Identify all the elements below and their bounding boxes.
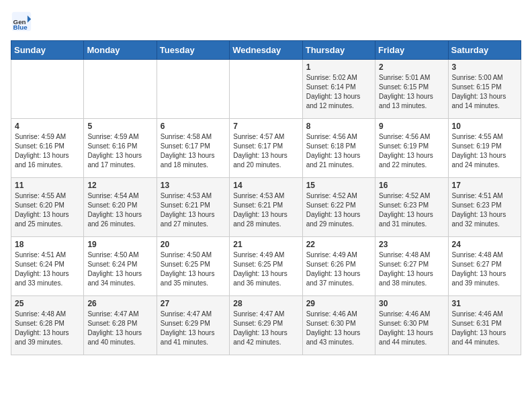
calendar-cell: 27Sunrise: 4:47 AM Sunset: 6:29 PM Dayli… — [157, 296, 229, 355]
day-number: 16 — [379, 181, 444, 190]
calendar-week-row: 18Sunrise: 4:51 AM Sunset: 6:24 PM Dayli… — [11, 237, 521, 296]
calendar-cell: 5Sunrise: 4:59 AM Sunset: 6:16 PM Daylig… — [84, 119, 157, 178]
day-number: 9 — [379, 122, 444, 131]
day-number: 7 — [233, 122, 298, 131]
calendar-cell — [230, 60, 302, 119]
day-number: 4 — [15, 122, 80, 131]
day-number: 11 — [15, 181, 80, 190]
logo-icon: Gen Blue — [11, 11, 32, 32]
day-info: Sunrise: 4:53 AM Sunset: 6:21 PM Dayligh… — [161, 191, 226, 229]
calendar-cell: 25Sunrise: 4:48 AM Sunset: 6:28 PM Dayli… — [11, 296, 84, 355]
day-info: Sunrise: 4:58 AM Sunset: 6:17 PM Dayligh… — [161, 132, 226, 170]
calendar-cell: 19Sunrise: 4:50 AM Sunset: 6:24 PM Dayli… — [84, 237, 157, 296]
day-info: Sunrise: 4:46 AM Sunset: 6:30 PM Dayligh… — [306, 310, 371, 347]
header-thursday: Thursday — [302, 41, 375, 60]
day-info: Sunrise: 4:54 AM Sunset: 6:20 PM Dayligh… — [87, 191, 152, 229]
calendar-cell: 30Sunrise: 4:46 AM Sunset: 6:30 PM Dayli… — [375, 296, 448, 355]
calendar-table: SundayMondayTuesdayWednesdayThursdayFrid… — [11, 40, 521, 355]
calendar-cell: 4Sunrise: 4:59 AM Sunset: 6:16 PM Daylig… — [11, 119, 84, 178]
day-number: 31 — [452, 299, 517, 308]
day-number: 27 — [161, 299, 226, 308]
calendar-week-row: 4Sunrise: 4:59 AM Sunset: 6:16 PM Daylig… — [11, 119, 521, 178]
day-info: Sunrise: 4:48 AM Sunset: 6:28 PM Dayligh… — [15, 310, 80, 347]
day-info: Sunrise: 4:48 AM Sunset: 6:27 PM Dayligh… — [452, 250, 517, 288]
day-number: 23 — [379, 240, 444, 249]
day-number: 28 — [233, 299, 298, 308]
calendar-cell: 20Sunrise: 4:50 AM Sunset: 6:25 PM Dayli… — [157, 237, 229, 296]
calendar-cell: 14Sunrise: 4:53 AM Sunset: 6:21 PM Dayli… — [230, 178, 302, 237]
day-number: 25 — [15, 299, 80, 308]
header-sunday: Sunday — [11, 41, 84, 60]
calendar-week-row: 1Sunrise: 5:02 AM Sunset: 6:14 PM Daylig… — [11, 60, 521, 119]
calendar-cell: 17Sunrise: 4:51 AM Sunset: 6:23 PM Dayli… — [448, 178, 521, 237]
day-info: Sunrise: 4:47 AM Sunset: 6:29 PM Dayligh… — [161, 310, 226, 347]
calendar-cell: 7Sunrise: 4:57 AM Sunset: 6:17 PM Daylig… — [230, 119, 302, 178]
header-monday: Monday — [84, 41, 157, 60]
header-saturday: Saturday — [448, 41, 521, 60]
calendar-cell: 3Sunrise: 5:00 AM Sunset: 6:15 PM Daylig… — [448, 60, 521, 119]
day-info: Sunrise: 4:52 AM Sunset: 6:23 PM Dayligh… — [379, 191, 444, 229]
day-info: Sunrise: 4:47 AM Sunset: 6:29 PM Dayligh… — [233, 310, 298, 347]
day-number: 3 — [452, 62, 517, 72]
day-info: Sunrise: 4:55 AM Sunset: 6:19 PM Dayligh… — [452, 132, 517, 170]
day-info: Sunrise: 4:52 AM Sunset: 6:22 PM Dayligh… — [306, 191, 371, 229]
day-number: 17 — [452, 181, 517, 190]
day-info: Sunrise: 4:51 AM Sunset: 6:23 PM Dayligh… — [452, 191, 517, 229]
page-header: Gen Blue — [11, 11, 521, 32]
day-number: 26 — [87, 299, 152, 308]
calendar-header-row: SundayMondayTuesdayWednesdayThursdayFrid… — [11, 41, 521, 60]
day-number: 13 — [161, 181, 226, 190]
day-info: Sunrise: 4:49 AM Sunset: 6:25 PM Dayligh… — [233, 250, 298, 288]
calendar-cell: 28Sunrise: 4:47 AM Sunset: 6:29 PM Dayli… — [230, 296, 302, 355]
calendar-week-row: 25Sunrise: 4:48 AM Sunset: 6:28 PM Dayli… — [11, 296, 521, 355]
day-info: Sunrise: 4:50 AM Sunset: 6:24 PM Dayligh… — [87, 250, 152, 288]
day-number: 1 — [306, 62, 371, 72]
calendar-cell: 9Sunrise: 4:56 AM Sunset: 6:19 PM Daylig… — [375, 119, 448, 178]
calendar-cell: 23Sunrise: 4:48 AM Sunset: 6:27 PM Dayli… — [375, 237, 448, 296]
day-info: Sunrise: 5:01 AM Sunset: 6:15 PM Dayligh… — [379, 73, 444, 111]
day-info: Sunrise: 4:57 AM Sunset: 6:17 PM Dayligh… — [233, 132, 298, 170]
calendar-week-row: 11Sunrise: 4:55 AM Sunset: 6:20 PM Dayli… — [11, 178, 521, 237]
day-number: 18 — [15, 240, 80, 249]
day-number: 12 — [87, 181, 152, 190]
day-info: Sunrise: 4:59 AM Sunset: 6:16 PM Dayligh… — [15, 132, 80, 170]
calendar-cell: 15Sunrise: 4:52 AM Sunset: 6:22 PM Dayli… — [302, 178, 375, 237]
day-number: 10 — [452, 122, 517, 131]
calendar-cell: 22Sunrise: 4:49 AM Sunset: 6:26 PM Dayli… — [302, 237, 375, 296]
calendar-cell — [157, 60, 229, 119]
header-wednesday: Wednesday — [230, 41, 302, 60]
day-info: Sunrise: 5:00 AM Sunset: 6:15 PM Dayligh… — [452, 73, 517, 111]
day-number: 29 — [306, 299, 371, 308]
day-number: 8 — [306, 122, 371, 131]
calendar-cell: 12Sunrise: 4:54 AM Sunset: 6:20 PM Dayli… — [84, 178, 157, 237]
calendar-cell: 8Sunrise: 4:56 AM Sunset: 6:18 PM Daylig… — [302, 119, 375, 178]
day-info: Sunrise: 4:55 AM Sunset: 6:20 PM Dayligh… — [15, 191, 80, 229]
day-info: Sunrise: 4:46 AM Sunset: 6:30 PM Dayligh… — [379, 310, 444, 347]
calendar-cell: 10Sunrise: 4:55 AM Sunset: 6:19 PM Dayli… — [448, 119, 521, 178]
calendar-cell: 13Sunrise: 4:53 AM Sunset: 6:21 PM Dayli… — [157, 178, 229, 237]
day-number: 20 — [161, 240, 226, 249]
day-number: 2 — [379, 62, 444, 72]
calendar-cell — [11, 60, 84, 119]
calendar-cell — [84, 60, 157, 119]
day-info: Sunrise: 4:56 AM Sunset: 6:19 PM Dayligh… — [379, 132, 444, 170]
calendar-cell: 24Sunrise: 4:48 AM Sunset: 6:27 PM Dayli… — [448, 237, 521, 296]
day-number: 19 — [87, 240, 152, 249]
day-number: 21 — [233, 240, 298, 249]
calendar-cell: 18Sunrise: 4:51 AM Sunset: 6:24 PM Dayli… — [11, 237, 84, 296]
calendar-cell: 11Sunrise: 4:55 AM Sunset: 6:20 PM Dayli… — [11, 178, 84, 237]
day-info: Sunrise: 5:02 AM Sunset: 6:14 PM Dayligh… — [306, 73, 371, 111]
svg-text:Blue: Blue — [13, 24, 28, 31]
calendar-cell: 1Sunrise: 5:02 AM Sunset: 6:14 PM Daylig… — [302, 60, 375, 119]
day-info: Sunrise: 4:46 AM Sunset: 6:31 PM Dayligh… — [452, 310, 517, 347]
header-friday: Friday — [375, 41, 448, 60]
calendar-cell: 2Sunrise: 5:01 AM Sunset: 6:15 PM Daylig… — [375, 60, 448, 119]
day-number: 14 — [233, 181, 298, 190]
calendar-cell: 31Sunrise: 4:46 AM Sunset: 6:31 PM Dayli… — [448, 296, 521, 355]
calendar-cell: 6Sunrise: 4:58 AM Sunset: 6:17 PM Daylig… — [157, 119, 229, 178]
calendar-cell: 29Sunrise: 4:46 AM Sunset: 6:30 PM Dayli… — [302, 296, 375, 355]
day-info: Sunrise: 4:50 AM Sunset: 6:25 PM Dayligh… — [161, 250, 226, 288]
day-info: Sunrise: 4:51 AM Sunset: 6:24 PM Dayligh… — [15, 250, 80, 288]
day-number: 5 — [87, 122, 152, 131]
day-number: 6 — [161, 122, 226, 131]
